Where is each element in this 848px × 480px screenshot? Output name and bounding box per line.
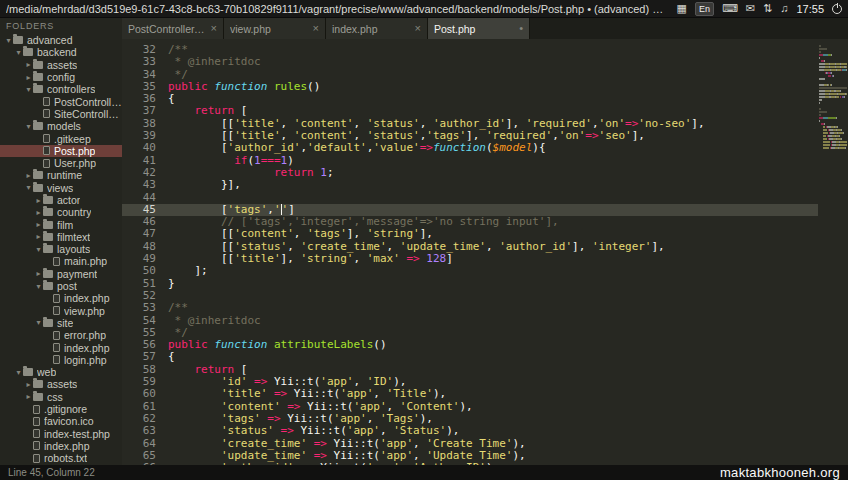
chevron-down-icon[interactable]: ▾ (24, 122, 33, 131)
chevron-right-icon[interactable]: ▸ (24, 380, 33, 389)
code-line[interactable]: 63 'status' => Yii::t('app', 'Status'), (122, 425, 848, 437)
tab-postcontroller-php[interactable]: PostController.php× (122, 18, 224, 39)
tree-item-folder[interactable]: ▾layouts (0, 243, 122, 255)
keyboard-layout-indicator[interactable]: En (695, 2, 714, 16)
tree-item-folder[interactable]: ▸assets (0, 59, 122, 71)
code-line[interactable]: 43 }], (122, 179, 848, 191)
code-line[interactable]: 41 if(1===1) (122, 155, 848, 167)
tree-item-folder[interactable]: ▾models (0, 120, 122, 132)
chevron-right-icon[interactable]: ▸ (34, 269, 43, 278)
code-line[interactable]: 39 [['title', 'content', 'status','tags'… (122, 130, 848, 142)
tree-item-file[interactable]: error.php (0, 329, 122, 341)
chevron-down-icon[interactable]: ▾ (34, 282, 43, 291)
code-line[interactable]: 40 ['author_id','default','value'=>funct… (122, 142, 848, 154)
tree-item-file[interactable]: index.php (0, 341, 122, 353)
tree-item-folder[interactable]: ▸config (0, 71, 122, 83)
chevron-right-icon[interactable]: ▸ (24, 392, 33, 401)
close-icon[interactable]: × (415, 23, 421, 34)
tree-item-file[interactable]: login.php (0, 354, 122, 366)
code-line[interactable]: 55 */ (122, 327, 848, 339)
code-line[interactable]: 47 [['content', 'tags'], 'string'], (122, 228, 848, 240)
tree-item-folder[interactable]: ▸runtime (0, 169, 122, 181)
close-icon[interactable]: × (313, 23, 319, 34)
chevron-down-icon[interactable]: ▾ (14, 368, 23, 377)
tree-item-folder[interactable]: ▸assets (0, 378, 122, 390)
tree-item-folder[interactable]: ▸country (0, 206, 122, 218)
tree-item-file[interactable]: robots.txt (0, 452, 122, 464)
chevron-down-icon[interactable]: ▾ (4, 36, 13, 45)
code-line[interactable]: 37 return [ (122, 105, 848, 117)
minimap[interactable] (818, 43, 848, 465)
code-line[interactable]: 61 'content' => Yii::t('app', 'Content')… (122, 401, 848, 413)
chevron-down-icon[interactable]: ▾ (34, 245, 43, 254)
tree-item-file[interactable]: index.php (0, 292, 122, 304)
chevron-right-icon[interactable]: ▸ (34, 220, 43, 229)
code-line[interactable]: 53/** (122, 302, 848, 314)
tree-item-folder[interactable]: ▾advanced (0, 34, 122, 46)
chevron-right-icon[interactable]: ▸ (24, 60, 33, 69)
code-line[interactable]: 64 'create_time' => Yii::t('app', 'Creat… (122, 438, 848, 450)
tree-item-folder[interactable]: ▾site (0, 317, 122, 329)
code-line[interactable]: 34 */ (122, 69, 848, 81)
code-line[interactable]: 36{ (122, 93, 848, 105)
power-icon[interactable] (832, 4, 842, 14)
tree-item-file[interactable]: PostController.php (0, 95, 122, 107)
tree-item-file[interactable]: .gitkeep (0, 132, 122, 144)
code-line[interactable]: 38 [['title', 'content', 'status', 'auth… (122, 118, 848, 130)
tree-item-file[interactable]: view.php (0, 305, 122, 317)
tree-item-file[interactable]: SiteController.php (0, 108, 122, 120)
code-line[interactable]: 46 // ['tags','integer','message'=>'no s… (122, 216, 848, 228)
code-line[interactable]: 59 'id' => Yii::t('app', 'ID'), (122, 376, 848, 388)
code-line[interactable]: 52 (122, 290, 848, 302)
chevron-right-icon[interactable]: ▸ (34, 232, 43, 241)
tree-item-file[interactable]: index.php (0, 440, 122, 452)
code-line[interactable]: 49 [['title'], 'string', 'max' => 128] (122, 253, 848, 265)
code-line[interactable]: 33 * @inheritdoc (122, 56, 848, 68)
tab-view-php[interactable]: view.php× (224, 18, 326, 39)
tree-item-file[interactable]: index-test.php (0, 428, 122, 440)
tree-item-folder[interactable]: ▸css (0, 391, 122, 403)
clock[interactable]: 17:55 (796, 3, 824, 15)
code-line[interactable]: 66 'author_id' => Yii::t('app', 'Author … (122, 462, 848, 465)
code-line[interactable]: 65 'update_time' => Yii::t('app', 'Updat… (122, 450, 848, 462)
code-line[interactable]: 45 ['tags',''] (122, 204, 848, 216)
tree-item-file[interactable]: .gitignore (0, 403, 122, 415)
tree-item-folder[interactable]: ▸actor (0, 194, 122, 206)
code-editor[interactable]: 32/**33 * @inheritdoc34 */35public funct… (122, 39, 848, 465)
code-line[interactable]: 56public function attributeLabels() (122, 339, 848, 351)
tree-item-file[interactable]: Post.php (0, 145, 122, 157)
tree-item-folder[interactable]: ▾controllers (0, 83, 122, 95)
workspace-grid-icon[interactable]: ▦ (676, 3, 686, 14)
code-line[interactable]: 42 return 1; (122, 167, 848, 179)
chevron-down-icon[interactable]: ▾ (14, 48, 23, 57)
code-line[interactable]: 35public function rules() (122, 81, 848, 93)
code-line[interactable]: 58 return [ (122, 364, 848, 376)
keyboard-icon[interactable]: ⌨ (722, 3, 738, 14)
tab-index-php[interactable]: index.php× (326, 18, 428, 39)
modified-dot-icon[interactable]: • (519, 23, 523, 34)
code-line[interactable]: 32/** (122, 44, 848, 56)
tree-item-folder[interactable]: ▾post (0, 280, 122, 292)
chevron-down-icon[interactable]: ▾ (24, 183, 33, 192)
tree-item-file[interactable]: User.php (0, 157, 122, 169)
chevron-right-icon[interactable]: ▸ (24, 73, 33, 82)
tree-item-folder[interactable]: ▾web (0, 366, 122, 378)
tree-item-file[interactable]: favicon.ico (0, 415, 122, 427)
close-icon[interactable]: × (211, 23, 217, 34)
code-line[interactable]: 54 * @inheritdoc (122, 315, 848, 327)
tab-post-php[interactable]: Post.php• (428, 18, 530, 39)
tree-item-folder[interactable]: ▾backend (0, 46, 122, 58)
network-icon[interactable]: ⇅ (763, 3, 772, 14)
code-line[interactable]: 51} (122, 278, 848, 290)
chevron-down-icon[interactable]: ▾ (24, 85, 33, 94)
chevron-down-icon[interactable]: ▾ (34, 318, 43, 327)
chevron-right-icon[interactable]: ▸ (34, 196, 43, 205)
code-line[interactable]: 57{ (122, 351, 848, 363)
code-line[interactable]: 50 ]; (122, 265, 848, 277)
tree-item-folder[interactable]: ▸film (0, 218, 122, 230)
tree-item-folder[interactable]: ▸payment (0, 268, 122, 280)
code-line[interactable]: 62 'tags' => Yii::t('app', 'Tags'), (122, 413, 848, 425)
chevron-right-icon[interactable]: ▸ (24, 171, 33, 180)
message-icon[interactable]: ✉ (746, 3, 755, 14)
code-line[interactable]: 60 'title' => Yii::t('app', 'Title'), (122, 388, 848, 400)
